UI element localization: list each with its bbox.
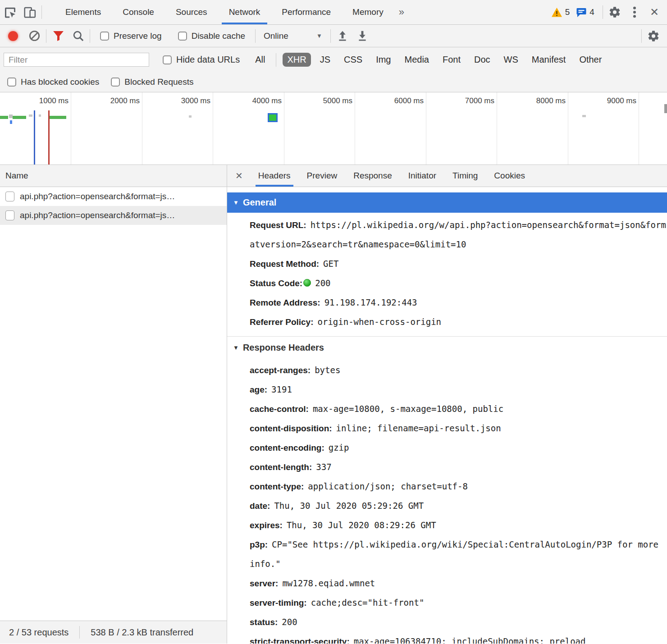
disable-cache-checkbox[interactable]: Disable cache — [178, 31, 245, 41]
network-filter-bar: Hide data URLs All XHR JS CSS Img Media … — [0, 47, 667, 72]
filter-type-font[interactable]: Font — [438, 53, 465, 67]
filter-type-doc[interactable]: Doc — [470, 53, 495, 67]
requests-panel: Name api.php?action=opensearch&format=js… — [0, 165, 227, 644]
field-value: gzip — [329, 443, 349, 452]
search-icon — [72, 30, 84, 42]
field-label: Status Code: — [250, 279, 302, 288]
warnings-badge[interactable]: 5 — [551, 7, 570, 18]
field-value: 200 — [282, 617, 297, 627]
request-checkbox[interactable] — [5, 210, 14, 220]
field-value: max-age=10800, s-maxage=10800, public — [313, 404, 503, 414]
record-network-log-button[interactable] — [8, 31, 18, 41]
filter-type-ws[interactable]: WS — [499, 53, 523, 67]
header-field: server-timing:cache;desc="hit-front" — [227, 593, 667, 612]
field-label: Referrer Policy: — [250, 317, 318, 327]
inspect-cursor-icon — [4, 6, 17, 19]
triangle-down-icon: ▼ — [233, 199, 239, 206]
tab-network[interactable]: Network — [218, 0, 271, 24]
filter-toggle-button[interactable] — [48, 24, 68, 48]
detail-tab-headers[interactable]: Headers — [250, 165, 299, 187]
filter-type-css[interactable]: CSS — [339, 53, 367, 67]
network-settings-button[interactable] — [644, 24, 663, 48]
filter-funnel-icon — [52, 30, 64, 41]
statusbar-divider — [79, 626, 80, 639]
dom-content-loaded-line — [34, 110, 35, 164]
detail-tab-cookies[interactable]: Cookies — [486, 165, 533, 187]
headers-pane: ▼ General Request URL:https://pl.wikiped… — [227, 187, 667, 644]
network-status-bar: 2 / 53 requests 538 B / 2.3 kB transferr… — [0, 621, 227, 644]
general-section-header[interactable]: ▼ General — [227, 192, 667, 213]
header-field: content-disposition:inline; filename=api… — [227, 419, 667, 438]
header-field: content-encoding:gzip — [227, 438, 667, 457]
checkbox — [111, 78, 120, 87]
header-field: Remote Address:91.198.174.192:443 — [227, 293, 667, 312]
tab-elements[interactable]: Elements — [55, 0, 112, 24]
close-detail-button[interactable]: ✕ — [227, 170, 250, 181]
request-row[interactable]: api.php?action=opensearch&format=js… — [0, 187, 227, 206]
preserve-log-checkbox[interactable]: Preserve log — [100, 31, 162, 41]
inspect-element-button[interactable] — [0, 0, 20, 24]
header-field: Status Code:200 — [227, 274, 667, 293]
toolbar-divider — [255, 29, 256, 43]
field-label: server-timing: — [250, 598, 311, 607]
throttling-value: Online — [264, 31, 288, 41]
header-field: status:200 — [227, 612, 667, 632]
hide-data-urls-checkbox[interactable]: Hide data URLs — [163, 55, 240, 65]
blocked-requests-checkbox[interactable]: Blocked Requests — [111, 77, 193, 87]
header-field: server:mw1278.eqiad.wmnet — [227, 574, 667, 593]
transferred-size: 538 B / 2.3 kB transferred — [91, 627, 193, 638]
header-field: content-length:337 — [227, 457, 667, 477]
search-button[interactable] — [68, 24, 88, 48]
device-toolbar-button[interactable] — [20, 0, 40, 24]
tab-performance[interactable]: Performance — [271, 0, 342, 24]
tab-sources[interactable]: Sources — [165, 0, 218, 24]
clear-network-log-button[interactable] — [24, 24, 44, 48]
import-har-button[interactable] — [333, 24, 352, 48]
more-tabs-icon[interactable]: » — [394, 6, 409, 18]
blocked-requests-label: Blocked Requests — [124, 77, 193, 87]
message-count: 4 — [589, 7, 594, 17]
field-value: GET — [323, 259, 338, 269]
network-overview-timeline[interactable]: 1000 ms 2000 ms 3000 ms 4000 ms 5000 ms … — [0, 92, 667, 165]
detail-tab-initiator[interactable]: Initiator — [400, 165, 444, 187]
messages-badge[interactable]: 4 — [576, 7, 594, 18]
timeline-tick-label: 8000 ms — [497, 96, 566, 105]
filter-type-js[interactable]: JS — [315, 53, 335, 67]
response-headers-section-header[interactable]: ▼ Response Headers — [227, 338, 667, 358]
detail-tab-timing[interactable]: Timing — [444, 165, 486, 187]
field-value: inline; filename=api-result.json — [336, 423, 501, 433]
detail-tab-response[interactable]: Response — [345, 165, 400, 187]
detail-tab-preview[interactable]: Preview — [299, 165, 346, 187]
filter-type-other[interactable]: Other — [575, 53, 606, 67]
header-field: date:Thu, 30 Jul 2020 05:29:26 GMT — [227, 496, 667, 516]
filter-input[interactable] — [4, 53, 149, 67]
devtools-window: Elements Console Sources Network Perform… — [0, 0, 667, 644]
name-column-header[interactable]: Name — [0, 165, 227, 187]
timeline-activity-bar — [13, 116, 26, 119]
header-field: Referrer Policy:origin-when-cross-origin — [227, 312, 667, 332]
upload-icon — [337, 30, 348, 42]
header-field: content-type:application/json; charset=u… — [227, 477, 667, 496]
export-har-button[interactable] — [352, 24, 372, 48]
request-checkbox[interactable] — [5, 192, 14, 201]
toolbar-divider — [46, 29, 46, 43]
tab-memory[interactable]: Memory — [342, 0, 394, 24]
tab-console[interactable]: Console — [112, 0, 165, 24]
has-blocked-cookies-checkbox[interactable]: Has blocked cookies — [7, 77, 99, 87]
filter-type-xhr[interactable]: XHR — [283, 53, 311, 67]
filter-type-all[interactable]: All — [251, 53, 270, 67]
kebab-menu-icon — [633, 6, 636, 18]
throttling-dropdown[interactable]: Online ▼ — [264, 31, 322, 41]
filter-type-media[interactable]: Media — [400, 53, 433, 67]
filter-type-img[interactable]: Img — [371, 53, 395, 67]
timeline-scroll-nub — [664, 104, 667, 113]
settings-button[interactable] — [605, 0, 625, 24]
gear-icon — [608, 6, 621, 18]
field-label: p3p: — [250, 540, 272, 549]
checkbox — [100, 32, 109, 41]
filter-type-manifest[interactable]: Manifest — [527, 53, 571, 67]
detail-tabbar: ✕ Headers Preview Response Initiator Tim… — [227, 165, 667, 187]
request-row[interactable]: api.php?action=opensearch&format=js… — [0, 206, 227, 225]
more-options-button[interactable] — [625, 0, 644, 24]
close-devtools-button[interactable]: ✕ — [644, 6, 664, 18]
